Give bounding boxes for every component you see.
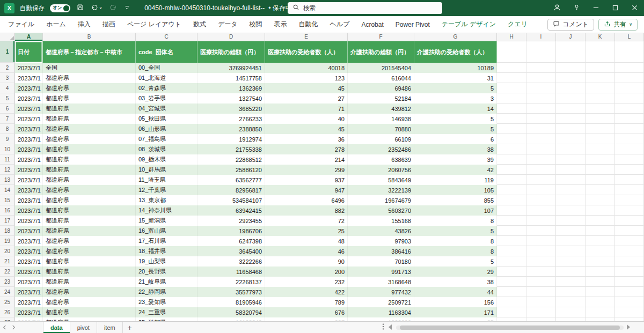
grid-cell[interactable] — [497, 124, 526, 134]
row-header[interactable]: 19 — [0, 236, 15, 246]
grid-cell[interactable]: 都道府県 — [43, 185, 136, 195]
sheet-nav-left-button[interactable] — [0, 322, 9, 333]
grid-cell[interactable]: 40 — [265, 114, 348, 124]
grid-cell[interactable]: 1986706 — [197, 226, 265, 236]
grid-cell[interactable]: 2923455 — [197, 216, 265, 226]
grid-cell[interactable] — [586, 307, 615, 317]
redo-button[interactable] — [108, 3, 118, 13]
grid-cell[interactable]: 3769924451 — [197, 63, 265, 73]
grid-cell[interactable] — [615, 256, 644, 267]
horizontal-scrollbar[interactable] — [396, 325, 624, 330]
grid-cell[interactable] — [556, 165, 586, 175]
grid-cell[interactable]: 1912974 — [197, 134, 265, 144]
grid-cell[interactable]: 03_岩手県 — [136, 93, 197, 103]
row-header[interactable]: 2 — [0, 63, 15, 73]
row-header[interactable]: 15 — [0, 195, 15, 205]
grid-cell[interactable] — [526, 287, 556, 297]
grid-cell[interactable] — [497, 63, 526, 73]
grid-cell[interactable] — [586, 236, 615, 246]
sheet-tab-pivot[interactable]: pivot — [70, 322, 97, 333]
grid-cell[interactable] — [556, 83, 586, 93]
grid-cell[interactable]: 1022000 — [348, 317, 414, 321]
grid-cell[interactable] — [497, 114, 526, 124]
grid-cell[interactable] — [497, 93, 526, 103]
grid-cell[interactable]: 2023/7/1 — [15, 246, 43, 256]
scroll-left-icon[interactable] — [389, 324, 392, 330]
grid-cell[interactable] — [586, 267, 615, 277]
grid-cell[interactable]: 10_群馬県 — [136, 165, 197, 175]
grid-cell[interactable]: 都道府県 — [43, 236, 136, 246]
scroll-right-icon[interactable] — [627, 324, 630, 330]
grid-cell[interactable] — [526, 195, 556, 205]
grid-cell[interactable] — [586, 175, 615, 185]
grid-cell[interactable]: 23_愛知県 — [136, 297, 197, 307]
grid-cell[interactable]: 29 — [414, 267, 497, 277]
grid-cell[interactable] — [615, 226, 644, 236]
grid-cell[interactable]: 都道府県 — [43, 114, 136, 124]
column-header-L[interactable]: L — [615, 33, 644, 41]
row-header[interactable]: 9 — [0, 134, 15, 144]
grid-cell[interactable] — [556, 216, 586, 226]
grid-cell[interactable] — [556, 73, 586, 83]
grid-cell[interactable] — [586, 83, 615, 93]
grid-cell[interactable]: 5603270 — [348, 205, 414, 216]
grid-cell[interactable] — [556, 175, 586, 185]
row-header[interactable]: 16 — [0, 205, 15, 216]
grid-cell[interactable]: 16_富山県 — [136, 226, 197, 236]
grid-cell[interactable] — [526, 154, 556, 165]
grid-cell[interactable] — [526, 185, 556, 195]
grid-cell[interactable]: 05_秋田県 — [136, 114, 197, 124]
grid-cell[interactable] — [615, 154, 644, 165]
sheet-nav-right-button[interactable] — [9, 322, 18, 333]
column-header-B[interactable]: B — [43, 33, 136, 41]
grid-cell[interactable]: 22_静岡県 — [136, 287, 197, 297]
grid-cell[interactable] — [586, 93, 615, 103]
grid-cell[interactable]: 20_長野県 — [136, 267, 197, 277]
grid-cell[interactable] — [497, 41, 526, 63]
row-header[interactable]: 1 — [0, 41, 15, 63]
account-button[interactable] — [547, 0, 567, 16]
restore-button[interactable] — [605, 0, 625, 16]
grid-cell[interactable] — [526, 73, 556, 83]
grid-cell[interactable]: 25886120 — [197, 165, 265, 175]
grid-cell[interactable]: 都道府県 — [43, 73, 136, 83]
grid-cell[interactable]: 22868512 — [197, 154, 265, 165]
grid-cell[interactable]: 都道府県 — [43, 195, 136, 205]
grid-cell[interactable]: 10189 — [414, 63, 497, 73]
grid-cell[interactable] — [556, 277, 586, 287]
select-all-corner[interactable] — [0, 33, 15, 41]
grid-cell[interactable]: 都道府県 — [43, 134, 136, 144]
grid-cell[interactable]: 都道府県 — [43, 144, 136, 154]
grid-cell[interactable] — [586, 297, 615, 307]
search-box[interactable]: 検索 — [288, 2, 442, 14]
grid-cell[interactable] — [586, 165, 615, 175]
grid-cell[interactable]: 都道府県 — [43, 226, 136, 236]
grid-cell[interactable] — [615, 103, 644, 114]
minimize-button[interactable] — [586, 0, 605, 16]
grid-cell[interactable]: 2766233 — [197, 114, 265, 124]
grid-cell[interactable] — [526, 277, 556, 287]
grid-cell[interactable] — [586, 124, 615, 134]
grid-cell[interactable]: 都道府県 — [43, 246, 136, 256]
grid-cell[interactable]: 都道府県 — [43, 175, 136, 185]
column-header-K[interactable]: K — [586, 33, 615, 41]
grid-cell[interactable]: 947 — [265, 185, 348, 195]
column-header-A[interactable]: A — [15, 33, 43, 41]
table-header-cell[interactable]: 医療扶助の総額（円） — [197, 41, 265, 63]
grid-cell[interactable]: 6496 — [265, 195, 348, 205]
grid-cell[interactable] — [586, 103, 615, 114]
grid-cell[interactable] — [556, 144, 586, 154]
ribbon-tab[interactable]: ホーム — [40, 16, 72, 33]
grid-cell[interactable] — [556, 246, 586, 256]
grid-cell[interactable] — [497, 297, 526, 307]
grid-cell[interactable]: 63562777 — [197, 175, 265, 185]
column-header-J[interactable]: J — [556, 33, 586, 41]
grid-cell[interactable] — [615, 63, 644, 73]
grid-cell[interactable]: 都道府県 — [43, 267, 136, 277]
ribbon-tab[interactable]: Acrobat — [355, 16, 389, 33]
grid-cell[interactable] — [586, 144, 615, 154]
grid-cell[interactable]: 2023/7/1 — [15, 267, 43, 277]
grid-cell[interactable] — [526, 83, 556, 93]
grid-cell[interactable] — [556, 226, 586, 236]
grid-cell[interactable] — [615, 124, 644, 134]
